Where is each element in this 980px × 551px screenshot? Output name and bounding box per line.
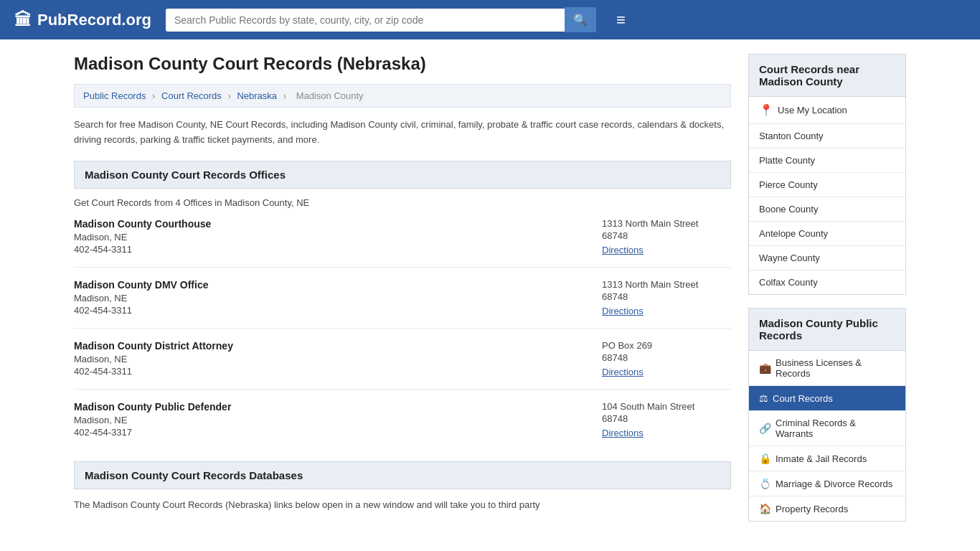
nearby-county-item[interactable]: Colfax County: [749, 270, 905, 294]
record-type-label: Business Licenses & Records: [776, 357, 895, 379]
office-zip: 68748: [602, 352, 731, 363]
sidebar-public-records-list: 💼Business Licenses & Records⚖Court Recor…: [748, 351, 906, 522]
public-records-items: 💼Business Licenses & Records⚖Court Recor…: [749, 351, 905, 521]
nearby-counties-list: Stanton CountyPlatte CountyPierce County…: [749, 124, 905, 294]
office-name: Madison County Courthouse: [74, 218, 211, 230]
search-input[interactable]: [166, 9, 565, 32]
office-zip: 68748: [602, 413, 731, 424]
search-icon: 🔍: [573, 14, 588, 26]
nearby-county-item[interactable]: Platte County: [749, 149, 905, 173]
office-name: Madison County DMV Office: [74, 279, 208, 291]
offices-sub-text: Get Court Records from 4 Offices in Madi…: [74, 197, 731, 208]
public-record-item[interactable]: ⚖Court Records: [749, 386, 905, 411]
office-left: Madison County District Attorney Madison…: [74, 340, 233, 377]
office-left: Madison County DMV Office Madison, NE 40…: [74, 279, 208, 316]
search-area: 🔍: [166, 7, 596, 32]
record-type-icon: ⚖: [759, 392, 768, 404]
office-address: 1313 North Main Street: [602, 218, 731, 229]
office-entry: Madison County DMV Office Madison, NE 40…: [74, 279, 731, 329]
record-type-icon: 💼: [759, 362, 771, 374]
nearby-county-item[interactable]: Wayne County: [749, 246, 905, 270]
office-name: Madison County Public Defender: [74, 401, 231, 413]
directions-link[interactable]: Directions: [602, 306, 644, 316]
nearby-county-item[interactable]: Antelope County: [749, 222, 905, 246]
databases-section: Madison County Court Records Databases T…: [74, 461, 731, 513]
record-type-label: Court Records: [773, 393, 833, 404]
site-logo[interactable]: 🏛 PubRecord.org: [14, 10, 151, 30]
directions-link[interactable]: Directions: [602, 245, 644, 255]
breadcrumb-public-records[interactable]: Public Records: [83, 90, 146, 101]
sidebar-public-records-header: Madison County Public Records: [748, 308, 906, 351]
breadcrumb-madison-county: Madison County: [296, 90, 364, 101]
office-phone: 402-454-3317: [74, 427, 231, 438]
office-address: 104 South Main Street: [602, 401, 731, 412]
office-zip: 68748: [602, 230, 731, 241]
office-city: Madison, NE: [74, 415, 231, 425]
record-type-label: Criminal Records & Warrants: [776, 418, 895, 439]
main-container: Madison County Court Records (Nebraska) …: [60, 39, 920, 534]
record-type-icon: 🔒: [759, 453, 771, 464]
office-right: 1313 North Main Street 68748 Directions: [602, 279, 731, 316]
location-icon: 📍: [759, 103, 773, 117]
directions-link[interactable]: Directions: [602, 367, 644, 377]
public-record-item[interactable]: 💍Marriage & Divorce Records: [749, 471, 905, 496]
sidebar-nearby-list: 📍 Use My Location Stanton CountyPlatte C…: [748, 97, 906, 295]
office-city: Madison, NE: [74, 232, 211, 242]
office-address: PO Box 269: [602, 340, 731, 351]
main-content: Madison County Court Records (Nebraska) …: [74, 54, 731, 534]
breadcrumb-sep-2: ›: [227, 90, 230, 101]
breadcrumb-court-records[interactable]: Court Records: [161, 90, 222, 101]
nearby-county-item[interactable]: Pierce County: [749, 173, 905, 197]
nearby-county-item[interactable]: Stanton County: [749, 124, 905, 149]
offices-list: Madison County Courthouse Madison, NE 40…: [74, 218, 731, 450]
office-phone: 402-454-3311: [74, 244, 211, 255]
office-right: PO Box 269 68748 Directions: [602, 340, 731, 377]
databases-section-header: Madison County Court Records Databases: [74, 461, 731, 489]
office-phone: 402-454-3311: [74, 366, 233, 377]
offices-section-header: Madison County Court Records Offices: [74, 161, 731, 189]
use-location-label: Use My Location: [778, 105, 847, 116]
record-type-icon: 💍: [759, 478, 771, 489]
public-record-item[interactable]: 🏠Property Records: [749, 496, 905, 521]
office-phone: 402-454-3311: [74, 305, 208, 316]
databases-text: The Madison County Court Records (Nebras…: [74, 498, 731, 513]
search-button[interactable]: 🔍: [565, 7, 596, 32]
breadcrumb: Public Records › Court Records › Nebrask…: [74, 84, 731, 108]
office-entry: Madison County Courthouse Madison, NE 40…: [74, 218, 731, 268]
intro-text: Search for free Madison County, NE Court…: [74, 118, 731, 148]
office-address: 1313 North Main Street: [602, 279, 731, 290]
office-city: Madison, NE: [74, 293, 208, 303]
office-left: Madison County Public Defender Madison, …: [74, 401, 231, 438]
sidebar: Court Records near Madison County 📍 Use …: [748, 54, 906, 534]
record-type-label: Marriage & Divorce Records: [776, 479, 892, 489]
record-type-icon: 🔗: [759, 423, 771, 434]
sidebar-nearby-header: Court Records near Madison County: [748, 54, 906, 97]
page-title: Madison County Court Records (Nebraska): [74, 54, 731, 74]
breadcrumb-sep-3: ›: [283, 90, 286, 101]
logo-icon: 🏛: [14, 10, 32, 30]
office-right: 1313 North Main Street 68748 Directions: [602, 218, 731, 255]
office-entry: Madison County Public Defender Madison, …: [74, 401, 731, 450]
office-left: Madison County Courthouse Madison, NE 40…: [74, 218, 211, 255]
office-entry: Madison County District Attorney Madison…: [74, 340, 731, 390]
directions-link[interactable]: Directions: [602, 428, 644, 438]
office-right: 104 South Main Street 68748 Directions: [602, 401, 731, 438]
public-record-item[interactable]: 🔗Criminal Records & Warrants: [749, 411, 905, 446]
menu-button[interactable]: ≡: [616, 11, 626, 29]
breadcrumb-sep-1: ›: [152, 90, 155, 101]
office-city: Madison, NE: [74, 354, 233, 364]
hamburger-icon: ≡: [616, 11, 626, 29]
logo-text: PubRecord.org: [37, 11, 151, 29]
site-header: 🏛 PubRecord.org 🔍 ≡: [0, 0, 980, 39]
nearby-county-item[interactable]: Boone County: [749, 197, 905, 222]
record-type-label: Inmate & Jail Records: [776, 453, 867, 464]
office-zip: 68748: [602, 291, 731, 302]
record-type-label: Property Records: [776, 504, 848, 514]
use-my-location-item[interactable]: 📍 Use My Location: [749, 97, 905, 124]
public-record-item[interactable]: 🔒Inmate & Jail Records: [749, 446, 905, 471]
public-record-item[interactable]: 💼Business Licenses & Records: [749, 351, 905, 386]
office-name: Madison County District Attorney: [74, 340, 233, 352]
breadcrumb-nebraska[interactable]: Nebraska: [237, 90, 277, 101]
record-type-icon: 🏠: [759, 503, 771, 514]
